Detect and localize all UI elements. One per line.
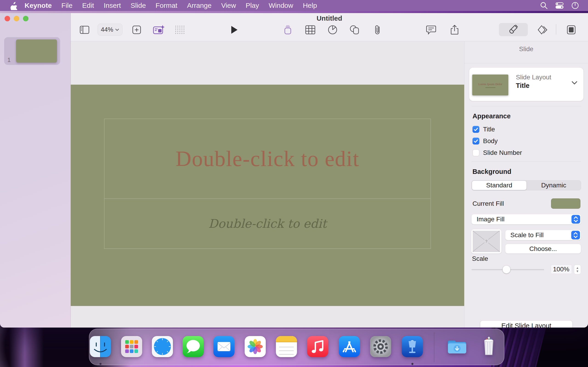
menu-format[interactable]: Format xyxy=(151,0,182,11)
minimize-button[interactable] xyxy=(14,16,19,21)
document-button[interactable] xyxy=(566,23,577,37)
checkbox-row-body[interactable]: Body xyxy=(473,137,498,145)
chevron-down-icon[interactable] xyxy=(571,81,578,85)
scale-slider[interactable] xyxy=(472,269,544,270)
dock-photos-icon[interactable] xyxy=(244,335,267,358)
slide-layout-card[interactable]: Lorem Ipsum Dolor Slide Layout Title xyxy=(469,68,583,101)
dock-finder-icon[interactable] xyxy=(89,335,112,358)
zoom-window-button[interactable] xyxy=(23,16,28,21)
menu-window[interactable]: Window xyxy=(264,0,298,11)
slide-1-thumbnail[interactable] xyxy=(16,40,57,63)
checkbox-checked-icon[interactable] xyxy=(473,126,479,133)
dock-trash-icon[interactable] xyxy=(477,335,500,358)
fill-type-value: Image Fill xyxy=(472,216,571,223)
stepper-down-icon[interactable]: ▼ xyxy=(576,270,579,273)
format-brush-button[interactable] xyxy=(508,23,519,37)
fill-type-dropdown[interactable]: Image Fill xyxy=(472,214,581,224)
close-button[interactable] xyxy=(5,16,10,21)
clock-icon[interactable] xyxy=(571,1,579,10)
stepper-up-icon[interactable]: ▲ xyxy=(576,266,579,269)
menu-edit[interactable]: Edit xyxy=(78,0,99,11)
dock-safari-icon[interactable] xyxy=(151,335,174,358)
dock xyxy=(89,329,504,365)
title-text-box[interactable]: Double-click to edit xyxy=(104,119,431,199)
dock-notes-icon[interactable] xyxy=(275,335,298,358)
format-inspector: Slide Lorem Ipsum Dolor Slide Layout Tit… xyxy=(464,41,588,327)
image-placeholder-icon: ? xyxy=(473,231,500,252)
slide-title-placeholder[interactable]: Double-click to edit xyxy=(176,146,359,171)
zoom-level-value: 44% xyxy=(101,26,113,33)
divider xyxy=(472,161,581,162)
scale-mode-dropdown[interactable]: Scale to Fill xyxy=(505,230,581,240)
slide-editor[interactable]: Double-click to edit Double-click to edi… xyxy=(71,85,464,306)
stepper-icon[interactable] xyxy=(571,215,580,224)
add-slide-button[interactable] xyxy=(132,23,142,37)
dock-app-store-icon[interactable] xyxy=(338,335,361,358)
shape-insert-button[interactable] xyxy=(349,23,360,37)
dock-keynote-icon[interactable] xyxy=(401,335,424,358)
search-icon[interactable] xyxy=(540,1,548,10)
dock-downloads-icon[interactable] xyxy=(446,335,468,358)
chart-insert-button[interactable] xyxy=(327,23,338,37)
stepper-icon[interactable] xyxy=(571,231,580,240)
play-button[interactable] xyxy=(230,23,239,37)
scale-slider-thumb[interactable] xyxy=(502,266,510,273)
segment-standard[interactable]: Standard xyxy=(472,181,527,190)
rearrange-grid-icon[interactable] xyxy=(174,23,186,37)
zoom-level-dropdown[interactable]: 44% xyxy=(98,24,122,35)
view-options-button[interactable] xyxy=(79,23,90,37)
scale-value-field[interactable]: 100% xyxy=(551,265,572,274)
menu-items: KeynoteFileEditInsertSlideFormatArrangeV… xyxy=(20,0,322,11)
choose-button-label: Choose... xyxy=(529,245,557,252)
checkbox-unchecked-icon[interactable] xyxy=(473,149,479,156)
layout-thumb-subtitle-line xyxy=(485,87,495,88)
checkbox-row-slide-number[interactable]: Slide Number xyxy=(473,149,522,157)
segment-dynamic[interactable]: Dynamic xyxy=(527,181,581,190)
slide-1-selected[interactable]: 1 xyxy=(4,37,60,65)
menu-slide[interactable]: Slide xyxy=(126,0,151,11)
current-fill-swatch[interactable] xyxy=(551,198,580,209)
scale-mode-value: Scale to Fill xyxy=(505,232,571,239)
checkbox-label: Body xyxy=(483,137,498,145)
dock-launchpad-icon[interactable] xyxy=(120,335,143,358)
menu-view[interactable]: View xyxy=(216,0,241,11)
slide-body-placeholder[interactable]: Double-click to edit xyxy=(208,217,327,231)
comment-button[interactable] xyxy=(426,23,436,37)
toolbar-separator xyxy=(556,24,556,35)
checkbox-label: Title xyxy=(483,126,495,133)
menu-help[interactable]: Help xyxy=(298,0,322,11)
menu-insert[interactable]: Insert xyxy=(99,0,126,11)
table-insert-button[interactable] xyxy=(305,23,316,37)
choose-image-button[interactable]: Choose... xyxy=(505,244,581,253)
scale-stepper[interactable]: ▲▼ xyxy=(574,265,581,274)
apple-menu-icon[interactable] xyxy=(9,1,18,10)
image-fill-preview[interactable]: ? xyxy=(471,229,502,253)
checkbox-label: Slide Number xyxy=(483,149,522,156)
slide-number-label: 1 xyxy=(7,56,10,64)
edit-slide-layout-button[interactable]: Edit Slide Layout xyxy=(480,321,572,327)
scale-label: Scale xyxy=(472,255,488,262)
checkbox-checked-icon[interactable] xyxy=(473,138,479,144)
dock-messages-icon[interactable] xyxy=(182,335,205,358)
dock-music-icon[interactable] xyxy=(306,335,329,358)
divider xyxy=(472,106,581,106)
menu-file[interactable]: File xyxy=(57,0,77,11)
menu-play[interactable]: Play xyxy=(241,0,264,11)
media-insert-button[interactable] xyxy=(372,23,383,37)
animate-button[interactable] xyxy=(537,23,549,37)
text-insert-button[interactable] xyxy=(283,23,293,37)
magic-insert-button[interactable] xyxy=(153,23,165,37)
dock-system-settings-icon[interactable] xyxy=(369,335,392,358)
menu-arrange[interactable]: Arrange xyxy=(182,0,216,11)
keynote-window: Untitled 44% xyxy=(0,13,588,327)
running-indicator xyxy=(411,363,414,365)
share-button[interactable] xyxy=(449,23,460,37)
body-text-box[interactable]: Double-click to edit xyxy=(104,199,431,249)
control-center-icon[interactable] xyxy=(555,1,564,10)
chevron-down-icon xyxy=(115,28,119,31)
dock-mail-icon[interactable] xyxy=(212,335,235,358)
checkbox-row-title[interactable]: Title xyxy=(473,125,495,133)
menu-bar: KeynoteFileEditInsertSlideFormatArrangeV… xyxy=(0,0,588,11)
menu-keynote[interactable]: Keynote xyxy=(20,0,57,11)
slide-layout-value: Title xyxy=(516,82,529,90)
